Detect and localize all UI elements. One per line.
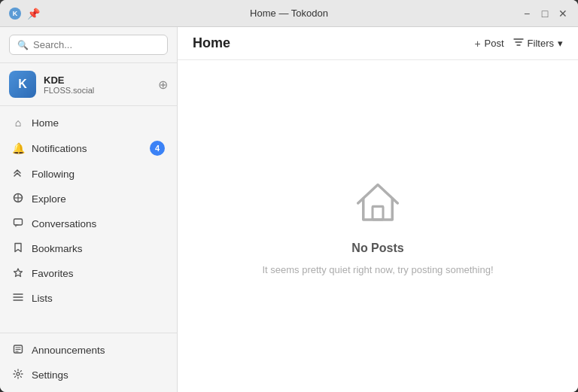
explore-icon [12,193,24,205]
sidebar-item-label: Following [32,169,165,180]
bookmarks-icon [12,242,24,255]
svg-rect-15 [373,206,383,220]
content-area: Home + Post Fil [178,27,578,392]
minimize-button[interactable]: − [521,8,533,20]
empty-state-icon [351,177,404,232]
empty-subtitle: It seems pretty quiet right now, try pos… [262,264,493,275]
content-header: Home + Post Fil [178,27,578,60]
header-actions: + Post Filters ▾ [474,38,563,50]
sidebar-item-favorites[interactable]: Favorites [0,261,177,286]
profile-name: KDE [44,74,151,86]
settings-icon [12,369,24,381]
svg-rect-3 [14,219,23,225]
sidebar: 🔍 K KDE FLOSS.social ⊕ ⌂ Home [0,27,178,392]
home-icon: ⌂ [12,117,24,129]
profile-section[interactable]: K KDE FLOSS.social ⊕ [0,63,177,106]
sidebar-item-settings[interactable]: Settings [0,363,177,387]
sidebar-item-following[interactable]: Following [0,162,177,187]
filters-button[interactable]: Filters ▾ [513,38,563,49]
favorites-icon [12,267,24,280]
sidebar-item-lists[interactable]: Lists [0,286,177,310]
profile-info: KDE FLOSS.social [44,74,151,95]
search-container: 🔍 [0,27,177,63]
notifications-icon: 🔔 [12,142,24,154]
sidebar-item-label: Bookmarks [32,243,165,254]
post-button[interactable]: + Post [474,38,503,50]
announcements-icon [12,344,24,357]
sidebar-item-explore[interactable]: Explore [0,187,177,211]
close-button[interactable]: ✕ [557,8,569,20]
sidebar-item-label: Settings [32,369,165,381]
avatar: K [9,71,36,98]
sidebar-item-label: Announcements [32,345,165,356]
sidebar-item-label: Explore [32,193,165,205]
following-icon [12,168,24,181]
notification-badge: 4 [150,141,165,156]
plus-icon: + [474,38,480,50]
sidebar-item-label: Conversations [32,218,165,229]
sidebar-item-label: Favorites [32,268,165,279]
lists-icon [12,292,24,304]
profile-handle: FLOSS.social [44,86,151,95]
conversations-icon [12,217,24,230]
search-icon: 🔍 [17,40,29,50]
filter-icon [513,38,524,49]
window-title: Home — Tokodon [250,8,328,19]
svg-point-11 [17,372,20,375]
manage-accounts-icon[interactable]: ⊕ [158,77,168,92]
sidebar-item-announcements[interactable]: Announcements [0,338,177,363]
sidebar-item-notifications[interactable]: 🔔 Notifications 4 [0,135,177,162]
empty-title: No Posts [351,242,403,255]
sidebar-item-bookmarks[interactable]: Bookmarks [0,236,177,261]
maximize-button[interactable]: □ [539,8,551,20]
sidebar-item-label: Notifications [32,143,142,154]
titlebar-left: K 📌 [9,8,40,20]
search-wrapper[interactable]: 🔍 [9,35,168,55]
app-window: K 📌 Home — Tokodon − □ ✕ 🔍 K [0,0,578,392]
page-title: Home [193,35,230,51]
sidebar-item-label: Lists [32,293,165,304]
pin-icon[interactable]: 📌 [27,8,40,20]
window-controls: − □ ✕ [521,8,569,20]
chevron-down-icon: ▾ [558,38,563,49]
sidebar-item-home[interactable]: ⌂ Home [0,111,177,135]
app-icon: K [9,8,21,20]
titlebar: K 📌 Home — Tokodon − □ ✕ [0,0,578,27]
main-layout: 🔍 K KDE FLOSS.social ⊕ ⌂ Home [0,27,578,392]
post-label: Post [485,38,504,49]
search-input[interactable] [33,39,160,50]
sidebar-item-conversations[interactable]: Conversations [0,211,177,236]
sidebar-item-label: Home [32,117,165,129]
sidebar-bottom: Announcements Settings [0,333,177,392]
filters-label: Filters [528,38,554,49]
nav-items: ⌂ Home 🔔 Notifications 4 Following [0,106,177,333]
content-body: No Posts It seems pretty quiet right now… [178,60,578,392]
